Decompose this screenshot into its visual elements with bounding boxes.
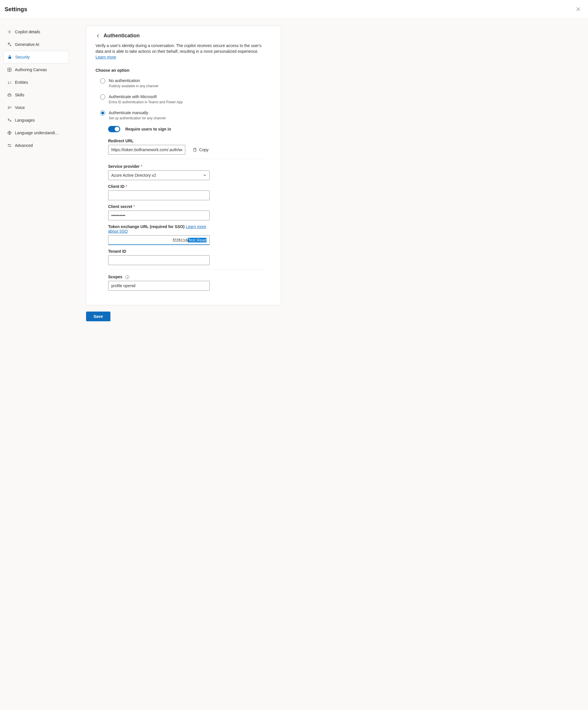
sidebar-item-generative-ai[interactable]: Generative AI: [3, 38, 69, 51]
require-signin-row: Require users to sign in: [108, 126, 265, 132]
auth-option-group: No authentication Publicly available in …: [100, 76, 265, 124]
gear-icon: [7, 29, 12, 34]
sidebar-item-entities[interactable]: Entities: [3, 76, 69, 89]
svg-rect-8: [194, 149, 196, 151]
service-provider-field: Service provider * Azure Active Director…: [108, 164, 210, 180]
service-provider-select[interactable]: Azure Active Directory v2: [108, 170, 210, 180]
choose-option-label: Choose an option: [95, 68, 265, 73]
description-text: Verify a user's identity during a conver…: [95, 43, 262, 54]
save-button[interactable]: Save: [86, 311, 111, 321]
grid-icon: [7, 67, 12, 72]
sidebar-item-label: Security: [15, 55, 30, 60]
option-subtitle: Publicly available in any channel: [109, 84, 158, 89]
option-title: No authentication: [109, 78, 158, 84]
main-content: Authentication Verify a user's identity …: [86, 19, 588, 710]
copy-label: Copy: [199, 147, 209, 152]
option-authenticate-microsoft[interactable]: Authenticate with Microsoft Entra ID aut…: [100, 92, 265, 108]
sidebar-item-advanced[interactable]: Advanced: [3, 139, 69, 152]
sidebar-item-label: Language understandi…: [15, 131, 59, 135]
briefcase-icon: [7, 92, 12, 97]
tenant-id-label: Tenant ID: [108, 249, 210, 254]
sidebar-item-languages[interactable]: Languages: [3, 114, 69, 126]
copy-button[interactable]: Copy: [191, 146, 210, 154]
scopes-field: Scopes: [108, 275, 210, 291]
chevron-down-icon: [203, 173, 207, 177]
authentication-card: Authentication Verify a user's identity …: [86, 26, 281, 305]
redirect-url-field: Redirect URL Copy: [108, 139, 210, 155]
option-title: Authenticate manually: [109, 110, 165, 116]
svg-point-7: [10, 146, 11, 147]
token-exchange-field: Token exchange URL (required for SSO) Le…: [108, 224, 210, 245]
option-subtitle: Entra ID authentication in Teams and Pow…: [109, 99, 183, 105]
translate-icon: [7, 118, 12, 123]
tenant-id-input[interactable]: [108, 255, 210, 265]
close-button[interactable]: [574, 5, 582, 13]
sliders-icon: [7, 143, 12, 148]
settings-sidebar: Copilot details Generative AI Security A…: [0, 19, 86, 710]
service-provider-value: Azure Active Directory v2: [111, 173, 156, 178]
client-id-label: Client ID *: [108, 184, 210, 189]
sidebar-item-copilot-details[interactable]: Copilot details: [3, 26, 69, 38]
client-id-field: Client ID *: [108, 184, 210, 200]
manual-auth-block: Require users to sign in Redirect URL Co…: [108, 126, 265, 291]
close-icon: [576, 7, 580, 11]
svg-point-6: [8, 144, 9, 145]
divider: [108, 269, 265, 269]
divider: [108, 159, 265, 159]
sidebar-item-label: Generative AI: [15, 42, 39, 47]
require-signin-label: Require users to sign in: [125, 127, 171, 132]
sidebar-item-skills[interactable]: Skills: [3, 89, 69, 101]
client-secret-field: Client secret *: [108, 204, 210, 220]
sparkle-icon: [7, 42, 12, 47]
service-provider-label: Service provider *: [108, 164, 210, 169]
client-secret-label: Client secret *: [108, 204, 210, 209]
sidebar-item-label: Languages: [15, 118, 35, 122]
redirect-url-label: Redirect URL: [108, 139, 210, 143]
chevron-left-icon: [96, 34, 100, 38]
option-authenticate-manually[interactable]: Authenticate manually Set up authenticat…: [100, 108, 265, 124]
sidebar-item-language-understanding[interactable]: Language understandi…: [3, 126, 69, 139]
sidebar-item-label: Voice: [15, 105, 25, 110]
voice-icon: [7, 105, 12, 110]
section-description: Verify a user's identity during a conver…: [95, 43, 265, 60]
client-id-input[interactable]: [108, 190, 210, 200]
sidebar-item-voice[interactable]: Voice: [3, 101, 69, 114]
redirect-url-input[interactable]: [108, 145, 185, 155]
sidebar-item-label: Skills: [15, 93, 24, 97]
sidebar-item-label: Advanced: [15, 143, 33, 148]
back-button[interactable]: [95, 33, 101, 39]
token-exchange-input[interactable]: [108, 235, 210, 245]
radio-icon: [100, 78, 105, 84]
svg-point-4: [8, 107, 9, 108]
sidebar-item-security[interactable]: Security: [3, 51, 69, 64]
settings-header: Settings: [0, 0, 588, 19]
sidebar-item-label: Authoring Canvas: [15, 67, 47, 72]
radio-icon: [100, 94, 105, 99]
require-signin-toggle[interactable]: [108, 126, 120, 132]
info-icon[interactable]: [125, 275, 130, 279]
globe-icon: [7, 130, 12, 135]
option-subtitle: Set up authentication for any channel: [109, 116, 165, 121]
token-exchange-label: Token exchange URL (required for SSO) Le…: [108, 224, 210, 234]
tenant-id-field: Tenant ID: [108, 249, 210, 265]
copy-icon: [192, 147, 197, 152]
scopes-input[interactable]: [108, 281, 210, 291]
svg-rect-1: [8, 57, 11, 59]
sidebar-item-label: Copilot details: [15, 29, 40, 34]
learn-more-link[interactable]: Learn more: [95, 55, 116, 60]
page-title: Settings: [5, 6, 27, 13]
svg-point-0: [9, 31, 10, 32]
sidebar-item-label: Entities: [15, 80, 28, 85]
radio-icon: [100, 111, 105, 116]
option-title: Authenticate with Microsoft: [109, 94, 183, 99]
section-title: Authentication: [103, 33, 140, 39]
client-secret-input[interactable]: [108, 211, 210, 220]
scopes-label: Scopes: [108, 275, 210, 279]
option-no-authentication[interactable]: No authentication Publicly available in …: [100, 76, 265, 92]
sidebar-item-authoring-canvas[interactable]: Authoring Canvas: [3, 64, 69, 76]
lock-icon: [7, 54, 12, 60]
entities-icon: [7, 80, 12, 85]
